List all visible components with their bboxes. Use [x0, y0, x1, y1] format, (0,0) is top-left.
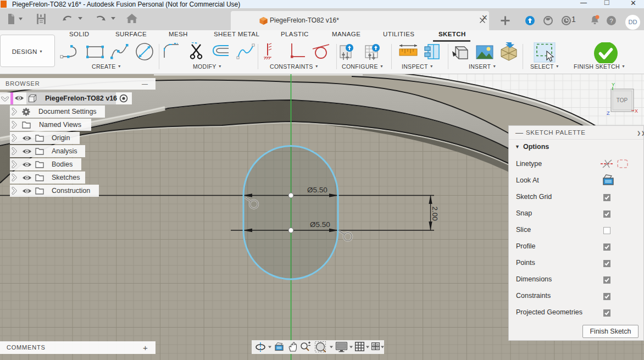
svg-text:Y: Y [612, 82, 615, 87]
svg-text:?: ? [609, 18, 613, 24]
svg-text:Ø5.50: Ø5.50 [310, 220, 330, 229]
svg-text:Ø5.50: Ø5.50 [307, 186, 327, 194]
svg-text:Z: Z [607, 110, 610, 116]
svg-text:X: X [635, 108, 638, 114]
svg-text:2.00: 2.00 [431, 207, 439, 221]
svg-text:TOP: TOP [617, 97, 628, 103]
